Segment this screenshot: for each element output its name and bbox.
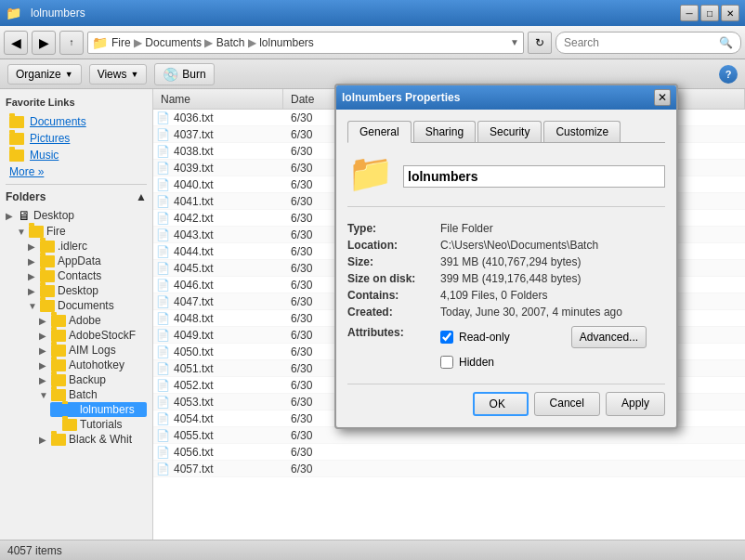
readonly-checkbox[interactable] bbox=[440, 331, 453, 344]
file-icon: 📄 bbox=[153, 145, 172, 158]
folder-name-input[interactable] bbox=[403, 165, 665, 188]
dialog-close-button[interactable]: ✕ bbox=[654, 89, 671, 106]
property-row: Type: File Folder bbox=[347, 222, 665, 235]
tree-item-batch[interactable]: ▼ Batch bbox=[39, 387, 147, 402]
dialog-buttons: OK Cancel Apply bbox=[347, 384, 665, 416]
minimize-button[interactable]: ─ bbox=[680, 5, 699, 21]
advanced-button[interactable]: Advanced... bbox=[571, 326, 647, 348]
organize-label: Organize bbox=[16, 68, 61, 81]
tree-indent-fire: ▼ Fire ▶ .idlerc ▶ AppData bbox=[6, 224, 147, 447]
appdata-label: AppData bbox=[58, 254, 101, 267]
address-path: Fire ▶ Documents ▶ Batch ▶ lolnumbers bbox=[111, 36, 510, 49]
tab-customize[interactable]: Customize bbox=[543, 121, 621, 142]
status-bar: 4057 items bbox=[0, 540, 745, 560]
sidebar-item-documents[interactable]: Documents bbox=[6, 113, 147, 130]
search-input[interactable] bbox=[564, 36, 719, 49]
tree-item-appdata[interactable]: ▶ AppData bbox=[28, 254, 147, 268]
forward-button[interactable]: ▶ bbox=[32, 31, 56, 55]
title-bar-text: lolnumbers bbox=[31, 7, 85, 20]
address-dropdown-icon[interactable]: ▼ bbox=[510, 37, 519, 47]
file-icon: 📄 bbox=[153, 228, 172, 241]
tree-item-autohotkey[interactable]: ▶ Autohotkey bbox=[39, 358, 147, 372]
property-row: Size: 391 MB (410,767,294 bytes) bbox=[347, 255, 665, 268]
file-icon: 📄 bbox=[153, 295, 172, 308]
hidden-checkbox[interactable] bbox=[440, 356, 453, 369]
tree-item-blackwhite[interactable]: ▶ Black & Whit bbox=[39, 432, 147, 447]
status-text: 4057 items bbox=[7, 544, 62, 557]
tree-item-documents2[interactable]: ▼ Documents bbox=[28, 298, 147, 313]
prop-value: 4,109 Files, 0 Folders bbox=[440, 289, 665, 302]
file-name: 4050.txt bbox=[172, 345, 283, 358]
tree-item-fire[interactable]: ▼ Fire bbox=[17, 224, 147, 239]
tree-item-idlerc[interactable]: ▶ .idlerc bbox=[28, 239, 147, 254]
up-button[interactable]: ↑ bbox=[59, 31, 84, 55]
tree-item-adobe[interactable]: ▶ Adobe bbox=[39, 313, 147, 328]
tutorials-label: Tutorials bbox=[80, 418, 123, 431]
tree-item-aimlogs[interactable]: ▶ AIM Logs bbox=[39, 343, 147, 358]
dialog-content: General Sharing Security Customize 📁 Typ… bbox=[336, 110, 676, 427]
address-bar[interactable]: 📁 Fire ▶ Documents ▶ Batch ▶ lolnumbers … bbox=[87, 32, 524, 54]
list-item[interactable]: 📄 4055.txt 6/30 bbox=[153, 427, 745, 444]
views-dropdown-icon: ▼ bbox=[130, 70, 138, 79]
readonly-label: Read-only bbox=[459, 331, 510, 344]
tree-item-adobestock[interactable]: ▶ AdobeStockF bbox=[39, 328, 147, 343]
help-button[interactable]: ? bbox=[719, 65, 738, 84]
more-link[interactable]: More » bbox=[6, 163, 147, 180]
search-bar[interactable]: 🔍 bbox=[555, 32, 741, 54]
file-name: 4038.txt bbox=[172, 145, 283, 158]
tree-item-backup[interactable]: ▶ Backup bbox=[39, 372, 147, 387]
dialog-tabs: General Sharing Security Customize bbox=[347, 121, 665, 143]
tree-item-desktop[interactable]: ▶ 🖥 Desktop bbox=[6, 207, 147, 224]
batch-label: Batch bbox=[69, 388, 98, 401]
tree-item-lolnumbers[interactable]: lolnumbers bbox=[50, 402, 147, 417]
idlerc-label: .idlerc bbox=[58, 240, 87, 253]
desktop-icon: 🖥 bbox=[18, 208, 31, 223]
tree-item-contacts[interactable]: ▶ Contacts bbox=[28, 268, 147, 283]
sidebar-item-pictures[interactable]: Pictures bbox=[6, 130, 147, 147]
column-header-name[interactable]: Name bbox=[153, 89, 283, 109]
sidebar-item-music[interactable]: Music bbox=[6, 147, 147, 163]
file-name: 4036.txt bbox=[172, 111, 283, 124]
file-name: 4044.txt bbox=[172, 245, 283, 258]
blackwhite-label: Black & Whit bbox=[69, 433, 132, 446]
properties-table: Type: File Folder Location: C:\Users\Neo… bbox=[347, 222, 665, 319]
burn-label: Burn bbox=[182, 68, 205, 81]
file-date: 6/30 bbox=[283, 429, 745, 442]
ok-button[interactable]: OK bbox=[473, 392, 529, 416]
music-folder-icon bbox=[9, 150, 24, 162]
apply-button[interactable]: Apply bbox=[606, 392, 665, 416]
file-name: 4057.txt bbox=[172, 462, 283, 475]
tab-security[interactable]: Security bbox=[477, 121, 542, 142]
attributes-checkboxes: Read-only Advanced... Hidden bbox=[440, 326, 647, 372]
burn-button[interactable]: 💿 Burn bbox=[154, 63, 214, 85]
prop-label: Type: bbox=[347, 222, 440, 235]
cancel-button[interactable]: Cancel bbox=[534, 392, 600, 416]
folder-icon-title: 📁 bbox=[6, 6, 21, 20]
organize-dropdown-icon: ▼ bbox=[65, 70, 73, 79]
folders-title[interactable]: Folders ▲ bbox=[6, 190, 147, 203]
views-button[interactable]: Views ▼ bbox=[89, 64, 148, 85]
large-folder-icon: 📁 bbox=[347, 154, 392, 191]
documents-label: Documents bbox=[30, 115, 86, 128]
adobe-label: Adobe bbox=[69, 314, 101, 327]
file-date: 6/30 bbox=[283, 462, 745, 475]
tree-item-desktop2[interactable]: ▶ Desktop bbox=[28, 283, 147, 298]
nav-bar: ◀ ▶ ↑ 📁 Fire ▶ Documents ▶ Batch ▶ lolnu… bbox=[0, 26, 745, 59]
tree-item-tutorials[interactable]: Tutorials bbox=[50, 417, 147, 432]
window-controls: ─ □ ✕ bbox=[680, 5, 739, 21]
hidden-row: Hidden bbox=[440, 356, 647, 369]
lolnumbers-label: lolnumbers bbox=[80, 403, 135, 416]
list-item[interactable]: 📄 4057.txt 6/30 bbox=[153, 461, 745, 477]
list-item[interactable]: 📄 4056.txt 6/30 bbox=[153, 444, 745, 461]
file-icon: 📄 bbox=[153, 396, 172, 409]
refresh-button[interactable]: ↻ bbox=[528, 32, 552, 54]
file-name: 4041.txt bbox=[172, 195, 283, 208]
organize-button[interactable]: Organize ▼ bbox=[7, 64, 82, 85]
maximize-button[interactable]: □ bbox=[700, 5, 719, 21]
tab-sharing[interactable]: Sharing bbox=[413, 121, 476, 142]
back-button[interactable]: ◀ bbox=[4, 31, 28, 55]
file-icon: 📄 bbox=[153, 329, 172, 342]
properties-dialog: lolnumbers Properties ✕ General Sharing … bbox=[334, 84, 678, 429]
tab-general[interactable]: General bbox=[347, 121, 412, 143]
close-button[interactable]: ✕ bbox=[721, 5, 739, 21]
